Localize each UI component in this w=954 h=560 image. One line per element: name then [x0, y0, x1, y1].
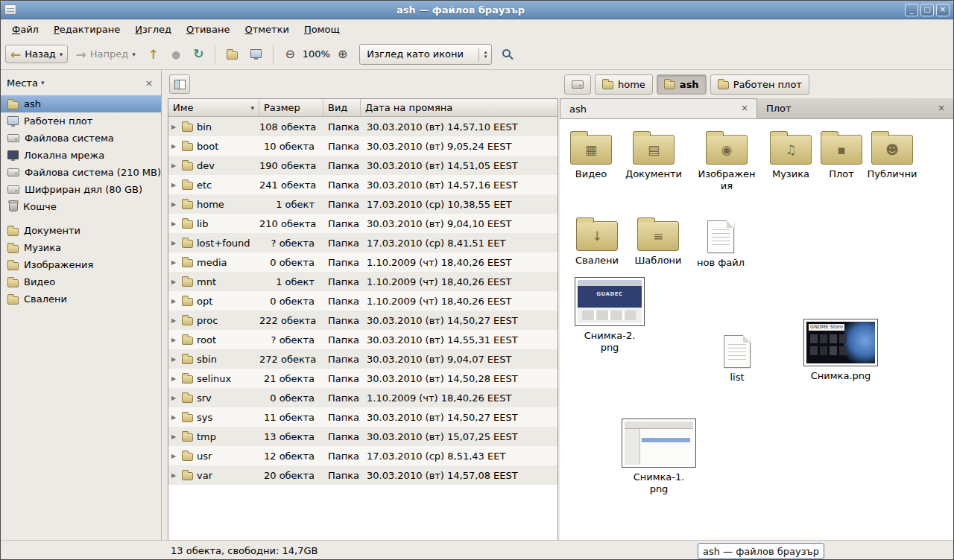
stop-button[interactable]: ● — [166, 45, 186, 63]
column-header-name[interactable]: Име ▾ — [168, 99, 259, 116]
expander-icon[interactable]: ▶ — [171, 453, 178, 459]
icon-item[interactable]: ↓Свалени — [566, 216, 628, 267]
expander-icon[interactable]: ▶ — [171, 259, 178, 266]
close-button[interactable]: × — [936, 4, 950, 16]
menubar-item[interactable]: Изглед — [128, 22, 178, 37]
expander-icon[interactable]: ▶ — [171, 240, 178, 246]
table-row[interactable]: ▶home1 обектПапка17.03.2010 (ср) 10,38,5… — [168, 194, 557, 214]
pathbar-button[interactable] — [564, 74, 591, 95]
reload-button[interactable]: ↻ — [188, 45, 209, 63]
icon-item[interactable]: GNOME StoreСнимка.png — [804, 319, 877, 382]
up-button[interactable]: ↑ — [143, 45, 164, 63]
column-header-kind[interactable]: Вид — [323, 99, 361, 116]
forward-button[interactable]: → Напред ▾ — [70, 45, 140, 63]
sidebar-item[interactable]: Кошче — [1, 198, 161, 215]
view-mode-select[interactable]: Изглед като икони ▴ ▾ — [359, 44, 492, 65]
minimize-button[interactable]: _ — [905, 4, 918, 16]
table-row[interactable]: ▶boot10 обектаПапка30.03.2010 (вт) 9,05,… — [168, 136, 557, 156]
sidebar-item[interactable]: Шифриран дял (80 GB) — [1, 181, 161, 198]
icon-item[interactable]: ▤Документи — [622, 130, 685, 180]
zoom-in-button[interactable]: ⊕ — [332, 45, 353, 64]
tab[interactable]: Плот× — [757, 98, 953, 118]
pane-location-button[interactable] — [169, 74, 190, 94]
sidebar-item[interactable]: Файлова система (210 MB) — [1, 164, 161, 181]
titlebar[interactable]: ash — файлов браузър _ □ × — [1, 1, 953, 19]
tab[interactable]: ash× — [560, 98, 757, 118]
sidebar-item[interactable]: Свалени — [1, 290, 161, 308]
menubar-item[interactable]: Отиване — [180, 22, 236, 37]
column-header-size[interactable]: Размер — [259, 99, 323, 116]
table-row[interactable]: ▶var20 обектаПапка30.03.2010 (вт) 14,57,… — [168, 465, 557, 485]
expander-icon[interactable]: ▶ — [171, 220, 178, 227]
sidebar-caret-icon[interactable]: ▾ — [41, 79, 45, 86]
expander-icon[interactable]: ▶ — [171, 182, 178, 188]
taskbar-window-button[interactable]: ash — файлов браузър — [698, 543, 824, 559]
icon-item[interactable]: нов файл — [689, 217, 752, 269]
expander-icon[interactable]: ▶ — [171, 375, 178, 382]
icon-view[interactable]: ▦Видео▤Документи◉Изображен ия♫Музика▪Пло… — [560, 119, 953, 540]
home-button[interactable] — [221, 45, 243, 63]
sidebar-item[interactable]: Документи — [1, 222, 161, 239]
icon-item[interactable]: Снимка-1. png — [622, 419, 695, 495]
table-row[interactable]: ▶usr12 обектаПапка17.03.2010 (ср) 8,51,4… — [168, 446, 557, 465]
expander-icon[interactable]: ▶ — [171, 143, 178, 150]
table-row[interactable]: ▶srv0 обектаПапка1.10.2009 (чт) 18,40,26… — [168, 388, 557, 407]
sidebar-item[interactable]: Видео — [1, 273, 161, 290]
expander-icon[interactable]: ▶ — [171, 317, 178, 324]
expander-icon[interactable]: ▶ — [171, 433, 178, 440]
expander-icon[interactable]: ▶ — [171, 472, 178, 479]
menubar-item[interactable]: Редактиране — [47, 22, 127, 37]
pathbar-button[interactable]: Работен плот — [710, 74, 809, 95]
column-header-date[interactable]: Дата на промяна — [361, 99, 557, 116]
computer-button[interactable] — [245, 45, 267, 63]
table-row[interactable]: ▶tmp13 обектаПапка30.03.2010 (вт) 15,07,… — [168, 427, 557, 446]
tab-close-icon[interactable]: × — [739, 103, 751, 115]
table-row[interactable]: ▶selinux21 обектаПапка30.03.2010 (вт) 14… — [168, 369, 557, 388]
table-row[interactable]: ▶dev190 обектаПапка30.03.2010 (вт) 14,51… — [168, 156, 557, 175]
table-row[interactable]: ▶lib210 обектаПапка30.03.2010 (вт) 9,04,… — [168, 214, 557, 233]
table-row[interactable]: ▶bin108 обектаПапка30.03.2010 (вт) 14,57… — [168, 117, 557, 136]
expander-icon[interactable]: ▶ — [171, 298, 178, 305]
expander-icon[interactable]: ▶ — [171, 414, 178, 421]
expander-icon[interactable]: ▶ — [171, 201, 178, 208]
icon-item[interactable]: ▦Видео — [560, 130, 622, 180]
sidebar-item[interactable]: ash — [1, 95, 161, 112]
sidebar-title[interactable]: Места — [7, 77, 38, 89]
expander-icon[interactable]: ▶ — [171, 162, 178, 169]
search-button[interactable] — [494, 44, 520, 64]
table-row[interactable]: ▶proc222 обектаПапка30.03.2010 (вт) 14,5… — [168, 311, 557, 330]
sidebar-item[interactable]: Музика — [1, 239, 161, 256]
table-row[interactable]: ▶sys11 обектаПапка30.03.2010 (вт) 14,50,… — [168, 407, 557, 427]
expander-icon[interactable]: ▶ — [171, 395, 178, 401]
tab-close-icon[interactable]: × — [935, 103, 947, 115]
menubar-item[interactable]: Помощ — [297, 22, 347, 37]
menubar-item[interactable]: Файл — [5, 22, 45, 37]
icon-item[interactable]: ☻Публични — [861, 130, 923, 180]
icon-item[interactable]: ◉Изображен ия — [695, 130, 758, 192]
expander-icon[interactable]: ▶ — [171, 124, 178, 130]
sidebar-item[interactable]: Изображения — [1, 256, 161, 273]
table-row[interactable]: ▶root? обектаПапка30.03.2010 (вт) 14,55,… — [168, 330, 557, 349]
table-row[interactable]: ▶opt0 обектаПапка1.10.2009 (чт) 18,40,26… — [168, 291, 557, 311]
icon-item[interactable]: GUADECСнимка-2. png — [573, 277, 646, 354]
menubar-item[interactable]: Отметки — [238, 22, 297, 37]
sidebar-item[interactable]: Файлова система — [1, 130, 161, 147]
sidebar-item[interactable]: Работен плот — [1, 112, 161, 130]
expander-icon[interactable]: ▶ — [171, 337, 178, 343]
pathbar-button[interactable]: home — [595, 74, 653, 95]
back-dropdown-caret-icon[interactable]: ▾ — [60, 51, 63, 58]
maximize-button[interactable]: □ — [920, 4, 934, 16]
table-row[interactable]: ▶lost+found? обектаПапка17.03.2010 (ср) … — [168, 233, 557, 252]
expander-icon[interactable]: ▶ — [171, 279, 178, 285]
table-row[interactable]: ▶mnt1 обектПапка1.10.2009 (чт) 18,40,26 … — [168, 272, 557, 291]
table-row[interactable]: ▶sbin272 обектаПапка30.03.2010 (вт) 9,04… — [168, 349, 557, 369]
table-row[interactable]: ▶etc241 обектаПапка30.03.2010 (вт) 14,57… — [168, 175, 557, 194]
expander-icon[interactable]: ▶ — [171, 356, 178, 363]
icon-item[interactable]: ≡Шаблони — [627, 216, 689, 267]
zoom-out-button[interactable]: ⊖ — [279, 45, 300, 64]
sidebar-close-icon[interactable]: × — [143, 77, 155, 89]
back-button[interactable]: ← Назад ▾ — [5, 45, 68, 63]
pathbar-button[interactable]: ash — [657, 74, 707, 95]
icon-item[interactable]: list — [706, 332, 768, 384]
sidebar-item[interactable]: Локална мрежа — [1, 147, 161, 164]
